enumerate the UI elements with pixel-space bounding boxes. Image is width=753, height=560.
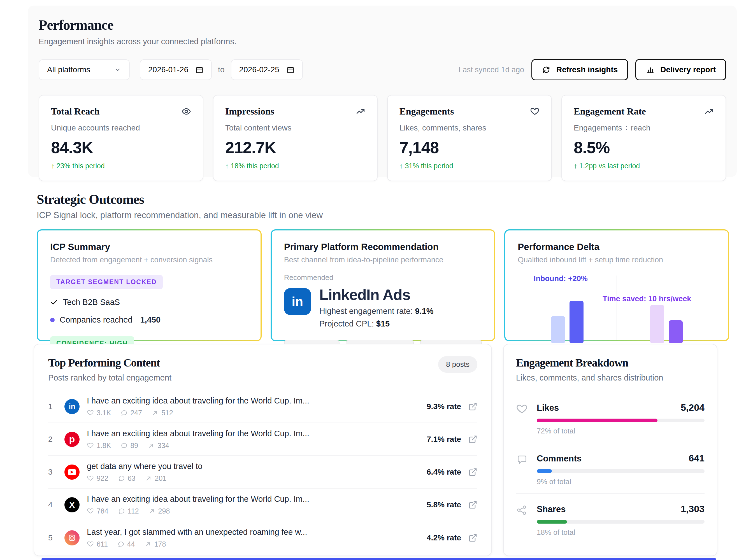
q4-baseline-bar: [551, 316, 565, 343]
post-rank: 1: [48, 402, 61, 411]
stat-card-impressions: Impressions Total content views 212.7K ↑…: [213, 95, 378, 181]
breakdown-percent: 18% of total: [537, 528, 704, 537]
icp-segment-item: Tech B2B SaaS: [50, 298, 248, 307]
refresh-insights-label: Refresh insights: [556, 65, 618, 74]
post-row[interactable]: 2 p I have an exciting idea about travel…: [48, 423, 477, 456]
post-row[interactable]: 5 Last year, I got slammed with an unexp…: [48, 521, 477, 554]
instagram-icon: [64, 530, 80, 545]
external-link-icon[interactable]: [468, 402, 477, 411]
breakdown-row-shares: Shares 1,303 18% of total: [516, 494, 704, 544]
heart-icon: [87, 541, 94, 548]
stat-change: ↑ 1.2pp vs last period: [574, 162, 714, 170]
comments-stat: 63: [118, 474, 136, 482]
post-count-badge: 8 posts: [438, 356, 477, 373]
comments-progress-track: [537, 469, 704, 473]
delivery-report-label: Delivery report: [660, 65, 716, 74]
post-row[interactable]: 1 in I have an exciting idea about trave…: [48, 390, 477, 423]
stat-title: Impressions: [225, 106, 274, 117]
heart-icon: [87, 442, 94, 449]
external-link-icon[interactable]: [468, 500, 477, 509]
arrow-up-right-icon: [148, 442, 155, 449]
external-link-icon[interactable]: [468, 534, 477, 542]
stat-card-engagements: Engagements Likes, comments, shares 7,14…: [387, 95, 552, 181]
breakdown-row-likes: Likes 5,204 72% of total: [516, 393, 704, 443]
target-segment-badge: TARGET SEGMENT LOCKED: [50, 275, 163, 289]
likes-progress-track: [537, 419, 704, 422]
arrow-up-right-icon: [144, 541, 152, 548]
stat-change: ↑ 23% this period: [51, 162, 191, 170]
engagement-rate-value: 7.1% rate: [427, 435, 461, 444]
stat-value: 212.7K: [225, 138, 365, 157]
post-row[interactable]: 3 get data any where you travel to 922 6…: [48, 456, 477, 488]
icp-summary-card: ICP Summary Detected from engagement + c…: [37, 229, 262, 341]
arrow-up-right-icon: [145, 475, 152, 482]
inbound-chart: Inbound: +20%: [518, 273, 616, 343]
refresh-insights-button[interactable]: Refresh insights: [532, 59, 628, 80]
likes-stat: 1.8K: [87, 442, 111, 450]
comment-icon: [117, 541, 124, 548]
stat-desc: Total content views: [225, 123, 365, 133]
external-link-icon[interactable]: [468, 435, 477, 444]
breakdown-subtitle: Likes, comments, and shares distribution: [516, 373, 704, 382]
youtube-icon: [64, 464, 80, 480]
engagement-rate-stat: Highest engagement rate: 9.1%: [320, 306, 433, 316]
date-to-input[interactable]: 2026-02-25: [231, 59, 303, 80]
stat-card-total-reach: Total Reach Unique accounts reached 84.3…: [39, 95, 204, 181]
delta-subtitle: Qualified inbound lift + setup time redu…: [518, 256, 716, 264]
trend-up-icon: [356, 107, 365, 116]
likes-progress-fill: [537, 419, 657, 422]
heart-icon: [516, 402, 529, 435]
refresh-icon: [542, 65, 551, 74]
date-from-value: 2026-01-26: [148, 65, 188, 74]
external-link-icon[interactable]: [468, 467, 477, 477]
platform-select[interactable]: All platforms: [39, 59, 130, 80]
shares-stat: 512: [152, 409, 173, 417]
x-icon: X: [64, 497, 80, 513]
shares-stat: 201: [145, 474, 167, 482]
post-title: I have an exciting idea about traveling …: [87, 429, 427, 438]
stat-change: ↑ 31% this period: [400, 162, 540, 170]
platform-title: Primary Platform Recommendation: [284, 242, 482, 252]
filter-bar: All platforms 2026-01-26 to 2026-02-25 L…: [39, 59, 726, 80]
stat-value: 8.5%: [574, 138, 714, 157]
section-title: Strategic Outcomes: [37, 192, 729, 207]
delta-title: Performance Delta: [518, 242, 716, 252]
breakdown-label: Comments: [537, 454, 582, 464]
comments-stat: 112: [118, 507, 139, 515]
calendar-icon: [195, 66, 204, 74]
arrow-up-right-icon: [149, 508, 155, 515]
stat-value: 84.3K: [51, 138, 191, 157]
likes-stat: 3.1K: [87, 409, 111, 417]
post-title: I have an exciting idea about traveling …: [87, 396, 427, 405]
before-bar: [650, 305, 664, 343]
arrow-up-right-icon: [152, 409, 158, 416]
breakdown-percent: 72% of total: [537, 427, 704, 435]
breakdown-label: Likes: [537, 403, 559, 413]
post-title: Last year, I got slammed with an unexpec…: [87, 527, 427, 537]
breakdown-title: Engagement Breakdown: [516, 356, 704, 369]
delivery-report-button[interactable]: Delivery report: [635, 59, 726, 80]
icp-companies-value: 1,450: [140, 315, 161, 324]
after-bar: [669, 320, 683, 343]
section-subtitle: ICP Signal lock, platform recommendation…: [37, 210, 729, 220]
icp-segment-label: Tech B2B SaaS: [63, 298, 120, 307]
top-content-title: Top Performing Content: [48, 356, 171, 369]
date-from-input[interactable]: 2026-01-26: [140, 59, 212, 80]
post-row[interactable]: 4 X I have an exciting idea about travel…: [48, 488, 477, 521]
stat-desc: Likes, comments, shares: [400, 123, 540, 133]
bar-chart-icon: [646, 65, 655, 74]
icp-companies-item: Companies reached 1,450: [50, 315, 248, 324]
comment-icon: [118, 475, 125, 482]
post-rank: 3: [48, 467, 61, 477]
heart-icon: [530, 107, 540, 116]
shares-stat: 178: [144, 540, 166, 548]
stat-desc: Unique accounts reached: [51, 123, 191, 133]
stat-card-engagement-rate: Engagement Rate Engagements ÷ reach 8.5%…: [561, 95, 726, 181]
eye-icon: [181, 107, 191, 116]
heart-icon: [87, 409, 94, 416]
comment-icon: [120, 409, 128, 416]
linkedin-icon: in: [64, 399, 80, 414]
shares-progress-track: [537, 520, 704, 524]
recommended-label: Recommended: [284, 273, 482, 282]
top-content-subtitle: Posts ranked by total engagement: [48, 373, 171, 382]
